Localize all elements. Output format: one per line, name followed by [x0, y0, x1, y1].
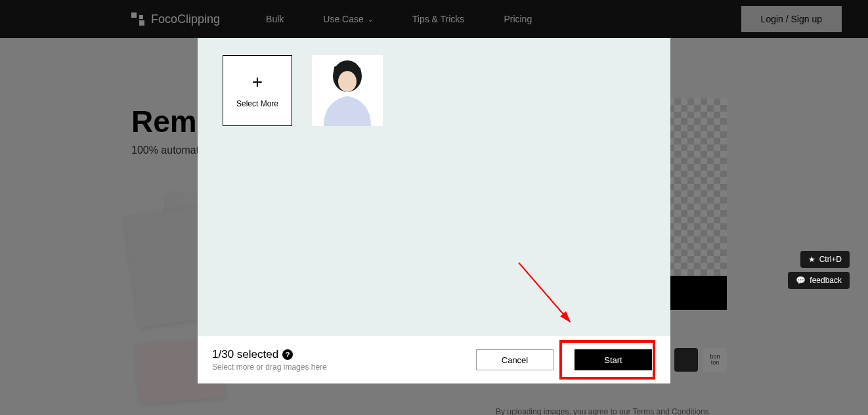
start-button[interactable]: Start [575, 349, 652, 370]
chat-icon: 💬 [796, 276, 806, 285]
bookmark-shortcut-widget[interactable]: ★ Ctrl+D [800, 251, 850, 268]
uploaded-image-thumbnail[interactable] [312, 55, 383, 126]
cancel-button[interactable]: Cancel [476, 349, 553, 370]
star-icon: ★ [808, 255, 815, 264]
select-more-button[interactable]: + Select More [223, 55, 292, 126]
modal-body[interactable]: + Select More [198, 38, 670, 336]
footer-hint: Select more or drag images here [212, 362, 469, 372]
modal-footer: 1/30 selected ? Select more or drag imag… [198, 336, 670, 383]
svg-point-1 [338, 71, 357, 92]
person-image-icon [315, 55, 380, 126]
feedback-widget[interactable]: 💬 feedback [788, 272, 850, 289]
help-icon[interactable]: ? [282, 349, 293, 360]
selected-count: 1/30 selected ? [212, 348, 469, 361]
plus-icon: + [252, 73, 263, 91]
select-more-label: Select More [236, 99, 278, 108]
upload-modal: + Select More 1/30 selected ? Select mor… [198, 38, 670, 383]
